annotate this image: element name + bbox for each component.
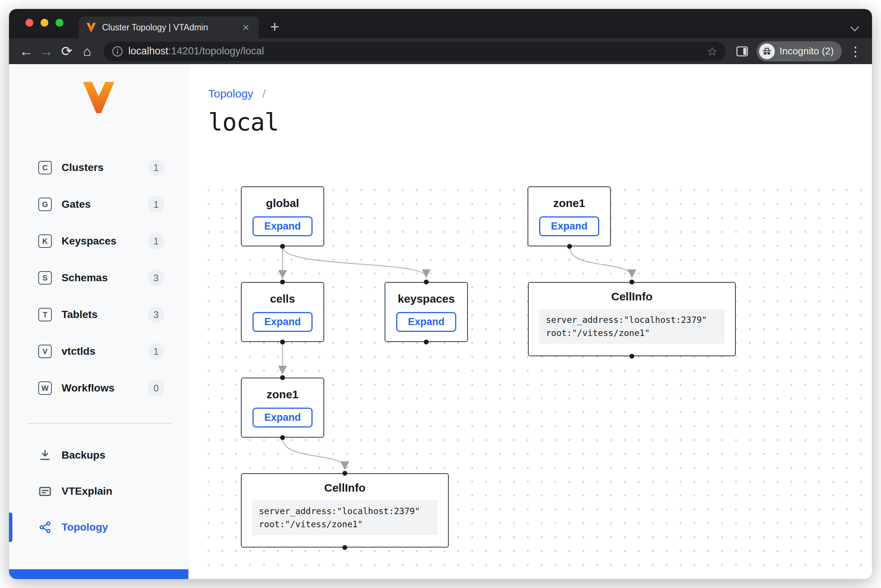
page-content: C Clusters 1 G Gates 1 K Keyspaces 1 S S…	[9, 64, 872, 579]
incognito-label: Incognito (2)	[779, 45, 834, 57]
sidebar-item-keyspaces[interactable]: K Keyspaces 1	[9, 223, 188, 260]
cellinfo-code: server_address:"localhost:2379" root:"/v…	[539, 309, 725, 344]
sidebar-item-label: Clusters	[62, 162, 104, 174]
sidebar-item-label: VTExplain	[62, 485, 112, 497]
back-button[interactable]: ←	[17, 42, 35, 60]
code-line: server_address:"localhost:2379"	[259, 505, 431, 518]
sidebar-item-vtexplain[interactable]: VTExplain	[9, 473, 188, 509]
sidebar-item-clusters[interactable]: C Clusters 1	[9, 149, 188, 186]
count-badge: 3	[148, 306, 164, 323]
url-text: localhost:14201/topology/local	[128, 45, 264, 57]
tab-close-icon[interactable]: ×	[240, 22, 251, 33]
count-badge: 1	[148, 159, 164, 176]
node-title: cells	[270, 292, 295, 305]
sidebar-item-label: Workflows	[62, 382, 114, 394]
schemas-icon: S	[38, 271, 52, 285]
sidebar-item-vtctlds[interactable]: V vtctlds 1	[9, 333, 188, 370]
count-badge: 3	[148, 270, 164, 286]
node-title: CellInfo	[611, 290, 652, 303]
sidebar-item-schemas[interactable]: S Schemas 3	[9, 260, 188, 296]
sidebar-bottom-accent	[9, 569, 188, 579]
count-badge: 1	[148, 196, 164, 213]
node-title: CellInfo	[324, 482, 365, 494]
expand-button[interactable]: Expand	[253, 408, 313, 428]
tab-search-chevron-icon[interactable]	[850, 26, 859, 33]
node-title: keyspaces	[398, 292, 455, 305]
breadcrumb-separator: /	[262, 87, 265, 100]
url-host: localhost	[128, 45, 168, 57]
graph-node-zone1-lower[interactable]: zone1 Expand	[241, 378, 324, 438]
browser-toolbar: ← → ⟳ ⌂ localhost:14201/topology/local ☆	[9, 38, 872, 64]
vtctlds-icon: V	[38, 345, 52, 358]
keyspaces-icon: K	[38, 234, 52, 248]
sidebar-item-tablets[interactable]: T Tablets 3	[9, 296, 188, 333]
minimize-window-button[interactable]	[41, 19, 48, 27]
topology-icon	[38, 520, 52, 534]
node-title: zone1	[266, 388, 298, 401]
incognito-badge[interactable]: Incognito (2)	[756, 41, 842, 62]
reload-button[interactable]: ⟳	[58, 42, 76, 60]
bookmark-star-icon[interactable]: ☆	[707, 44, 718, 58]
count-badge: 1	[148, 343, 164, 360]
count-badge: 0	[148, 380, 164, 396]
vitess-logo[interactable]	[81, 81, 117, 114]
code-line: server_address:"localhost:2379"	[546, 314, 718, 327]
sidebar-nav: C Clusters 1 G Gates 1 K Keyspaces 1 S S…	[9, 149, 188, 406]
side-panel-icon[interactable]	[733, 42, 751, 60]
home-button[interactable]: ⌂	[78, 42, 96, 60]
url-path: :14201/topology/local	[168, 45, 264, 57]
sidebar-item-topology[interactable]: Topology	[9, 509, 188, 545]
cellinfo-code: server_address:"localhost:2379" root:"/v…	[252, 500, 437, 535]
tab-title: Cluster Topology | VTAdmin	[102, 22, 240, 33]
breadcrumb-topology-link[interactable]: Topology	[208, 87, 253, 100]
page-title: local	[208, 108, 872, 136]
code-line: root:"/vitess/zone1"	[259, 518, 431, 531]
backups-icon	[38, 448, 52, 462]
sidebar-item-label: Schemas	[62, 272, 108, 284]
breadcrumb: Topology /	[208, 87, 872, 100]
gates-icon: G	[38, 198, 52, 211]
active-nav-indicator	[9, 513, 12, 542]
sidebar-item-label: Topology	[62, 521, 108, 533]
browser-menu-icon[interactable]: ⋮	[847, 44, 864, 59]
expand-button[interactable]: Expand	[539, 216, 599, 236]
graph-node-cells[interactable]: cells Expand	[241, 282, 324, 342]
code-line: root:"/vitess/zone1"	[546, 327, 718, 340]
zoom-window-button[interactable]	[56, 19, 63, 27]
sidebar: C Clusters 1 G Gates 1 K Keyspaces 1 S S…	[9, 64, 189, 579]
browser-tab[interactable]: Cluster Topology | VTAdmin ×	[79, 16, 259, 38]
close-window-button[interactable]	[26, 19, 33, 27]
graph-node-cellinfo-right[interactable]: CellInfo server_address:"localhost:2379"…	[528, 282, 736, 356]
expand-button[interactable]: Expand	[253, 312, 313, 332]
graph-node-zone1-top[interactable]: zone1 Expand	[528, 186, 611, 246]
sidebar-divider	[27, 423, 171, 424]
incognito-icon	[759, 44, 775, 59]
new-tab-button[interactable]: +	[266, 18, 284, 36]
expand-button[interactable]: Expand	[396, 312, 456, 332]
tab-strip: Cluster Topology | VTAdmin × +	[9, 9, 872, 38]
workflows-icon: W	[38, 381, 52, 395]
expand-button[interactable]: Expand	[253, 216, 313, 236]
sidebar-item-backups[interactable]: Backups	[9, 437, 188, 473]
sidebar-item-label: Gates	[62, 198, 91, 210]
vitess-favicon	[86, 22, 96, 33]
graph-node-global[interactable]: global Expand	[241, 186, 324, 246]
graph-node-keyspaces[interactable]: keyspaces Expand	[385, 282, 468, 342]
node-title: zone1	[553, 197, 585, 210]
sidebar-item-label: Keyspaces	[62, 235, 116, 247]
sidebar-item-label: Tablets	[62, 309, 98, 321]
address-bar[interactable]: localhost:14201/topology/local ☆	[104, 42, 726, 61]
topology-page: Topology / local	[189, 64, 872, 579]
sidebar-item-gates[interactable]: G Gates 1	[9, 186, 188, 223]
sidebar-item-workflows[interactable]: W Workflows 0	[9, 370, 188, 406]
vtexplain-icon	[38, 484, 52, 498]
tablets-icon: T	[38, 308, 52, 321]
page-info-icon[interactable]	[112, 46, 123, 57]
node-title: global	[266, 197, 299, 210]
graph-node-cellinfo-bottom[interactable]: CellInfo server_address:"localhost:2379"…	[241, 473, 449, 548]
traffic-lights	[26, 19, 63, 27]
sidebar-item-label: Backups	[62, 449, 105, 461]
browser-window: Cluster Topology | VTAdmin × + ← → ⟳ ⌂ l…	[9, 9, 872, 579]
forward-button[interactable]: →	[38, 42, 56, 60]
clusters-icon: C	[38, 161, 52, 174]
